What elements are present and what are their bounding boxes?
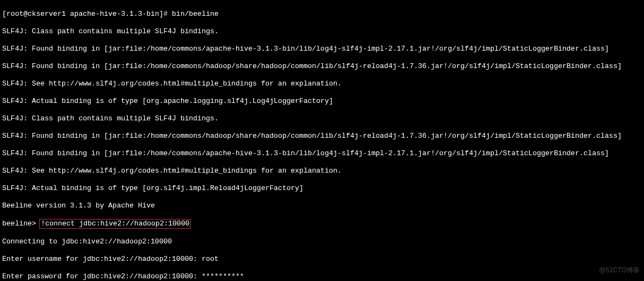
slf4j-binding-hadoop-2: SLF4J: Found binding in [jar:file:/home/… [2, 132, 642, 140]
slf4j-see-url: SLF4J: See http://www.slf4j.org/codes.ht… [2, 80, 642, 88]
slf4j-binding-hive-2: SLF4J: Found binding in [jar:file:/home/… [2, 149, 642, 158]
shell-prompt-line: [root@ckserver1 apache-hive-3.1.3-bin]# … [2, 10, 642, 19]
beeline-connect-line: beeline> !connect jdbc:hive2://hadoop2:1… [2, 219, 642, 229]
connecting-line: Connecting to jdbc:hive2://hadoop2:10000 [2, 237, 642, 246]
slf4j-binding-hive: SLF4J: Found binding in [jar:file:/home/… [2, 45, 642, 53]
slf4j-class-path-2: SLF4J: Class path contains multiple SLF4… [2, 114, 642, 123]
slf4j-binding-hadoop: SLF4J: Found binding in [jar:file:/home/… [2, 62, 642, 71]
slf4j-class-path: SLF4J: Class path contains multiple SLF4… [2, 27, 642, 36]
enter-password: Enter password for jdbc:hive2://hadoop2:… [2, 272, 642, 281]
connect-command-highlight: !connect jdbc:hive2://hadoop2:10000 [39, 219, 191, 229]
slf4j-actual-reload4j: SLF4J: Actual binding is of type [org.sl… [2, 184, 642, 193]
beeline-version: Beeline version 3.1.3 by Apache Hive [2, 201, 642, 210]
slf4j-actual-log4j: SLF4J: Actual binding is of type [org.ap… [2, 97, 642, 106]
enter-username: Enter username for jdbc:hive2://hadoop2:… [2, 255, 642, 264]
beeline-prompt: beeline> [2, 219, 40, 228]
terminal-output[interactable]: [root@ckserver1 apache-hive-3.1.3-bin]# … [0, 0, 644, 281]
slf4j-see-url-2: SLF4J: See http://www.slf4j.org/codes.ht… [2, 167, 642, 175]
